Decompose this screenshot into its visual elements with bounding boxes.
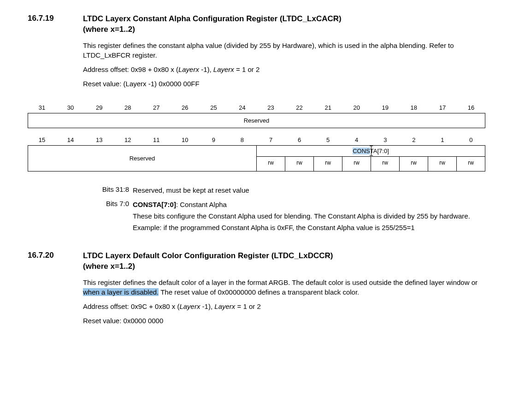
desc-post: The reset value of 0x00000000 defines a …	[159, 288, 359, 296]
address-offset: Address offset: 0x98 + 0x80 x (Layerx -1…	[83, 65, 485, 74]
section-description-20[interactable]: This register defines the default color …	[83, 278, 485, 297]
section-header-19: 16.7.19 LTDC Layerx Constant Alpha Confi…	[28, 14, 485, 35]
bit-num: 8	[228, 135, 256, 145]
bits-text: Reserved, must be kept at reset value	[133, 185, 485, 195]
section-title-line1: LTDC Layerx Constant Alpha Configuration…	[83, 14, 342, 23]
rw-cell: rw	[399, 157, 428, 171]
rw-cell: rw	[371, 157, 399, 171]
bit-num: 15	[28, 135, 56, 145]
address-mid: -1),	[200, 302, 214, 310]
bit-numbers-high: 31 30 29 28 27 26 25 24 23 22 21 20 19 1…	[28, 102, 485, 113]
rw-cell: rw	[285, 157, 313, 171]
section-number: 16.7.20	[28, 251, 83, 272]
bit-num: 18	[400, 102, 428, 113]
bit-num: 27	[142, 102, 171, 113]
address-prefix: Address offset: 0x98 + 0x80 x (	[83, 65, 178, 73]
address-mid: -1),	[199, 65, 213, 73]
bit-num: 1	[428, 135, 457, 145]
layerx-italic2: Layerx	[213, 65, 234, 73]
section-number: 16.7.19	[28, 14, 83, 35]
bit-num: 20	[342, 102, 371, 113]
bit-num: 5	[314, 135, 342, 145]
bit-num: 0	[457, 135, 485, 145]
field-detail: These bits configure the Constant Alpha …	[133, 211, 485, 221]
bit-num: 30	[56, 102, 85, 113]
section-title: LTDC Layerx Default Color Configuration …	[83, 251, 333, 272]
register-diagram: 31 30 29 28 27 26 25 24 23 22 21 20 19 1…	[28, 102, 485, 172]
bit-num: 11	[142, 135, 171, 145]
layerx-italic: Layerx	[178, 65, 199, 73]
reset-value: Reset value: (Layerx -1) 0x0000 00FF	[83, 79, 485, 89]
consta-label[interactable]: CONSTA[7:0]	[257, 146, 485, 157]
bit-num: 17	[428, 102, 457, 113]
section-title-line2: (where x=1..2)	[83, 262, 135, 271]
bit-num: 19	[371, 102, 400, 113]
bit-num: 9	[199, 135, 228, 145]
address-suffix: = 1 or 2	[235, 302, 260, 310]
bit-num: 7	[257, 135, 285, 145]
selected-text: when a layer is disabled.	[83, 288, 159, 296]
bit-num: 14	[56, 135, 85, 145]
reset-value-20: Reset value: 0x0000 0000	[83, 316, 485, 325]
bit-num: 3	[371, 135, 400, 145]
bit-num: 6	[285, 135, 314, 145]
bit-num: 2	[400, 135, 428, 145]
rw-cell: rw	[428, 157, 456, 171]
bit-description-7-0: Bits 7:0 CONSTA[7:0]: Constant Alpha The…	[92, 200, 485, 232]
bit-num: 22	[285, 102, 314, 113]
bit-numbers-low: 15 14 13 12 11 10 9 8 7 6 5 4 3 2 1 0	[28, 135, 485, 145]
bits-label: Bits 31:8	[92, 185, 133, 195]
section-title-line2: (where x=1..2)	[83, 25, 135, 34]
bit-num: 4	[342, 135, 371, 145]
reserved-label: Reserved	[28, 113, 485, 128]
bit-num: 25	[199, 102, 228, 113]
bit-num: 28	[113, 102, 142, 113]
consta-highlight: CONS	[353, 148, 370, 154]
address-prefix: Address offset: 0x9C + 0x80 x (	[83, 302, 179, 310]
desc-pre: This register defines the default color …	[83, 278, 478, 286]
consta-rest: TA[7:0]	[370, 148, 389, 154]
layerx-italic2: Layerx	[214, 302, 235, 310]
bit-num: 10	[171, 135, 199, 145]
layerx-italic: Layerx	[179, 302, 200, 310]
address-suffix: = 1 or 2	[234, 65, 259, 73]
bit-num: 31	[28, 102, 56, 113]
field-example: Example: if the programmed Constant Alph…	[133, 223, 485, 232]
rw-cell: rw	[257, 157, 285, 171]
bit-num: 21	[314, 102, 342, 113]
rw-cell: rw	[456, 157, 485, 171]
bit-num: 12	[113, 135, 142, 145]
field-name: CONSTA[7:0]	[133, 201, 176, 208]
bit-num: 23	[257, 102, 285, 113]
rw-cell: rw	[342, 157, 371, 171]
rw-row: rw rw rw rw rw rw rw rw	[257, 157, 485, 171]
bits-text: CONSTA[7:0]: Constant Alpha	[133, 200, 485, 209]
consta-field: CONSTA[7:0] rw rw rw rw rw rw rw rw	[256, 146, 485, 171]
bit-num: 29	[85, 102, 113, 113]
bit-description-31-8: Bits 31:8 Reserved, must be kept at rese…	[92, 185, 485, 195]
address-offset-20: Address offset: 0x9C + 0x80 x (Layerx -1…	[83, 302, 485, 311]
section-title-line1: LTDC Layerx Default Color Configuration …	[83, 251, 333, 260]
reserved-row-high: Reserved	[28, 113, 485, 128]
reserved-label-low: Reserved	[28, 146, 256, 171]
section-header-20: 16.7.20 LTDC Layerx Default Color Config…	[28, 251, 485, 272]
bit-num: 13	[85, 135, 113, 145]
bit-num: 26	[171, 102, 199, 113]
bits-label: Bits 7:0	[92, 200, 133, 209]
field-desc: : Constant Alpha	[176, 201, 227, 208]
bit-num: 24	[228, 102, 256, 113]
document-page: 16.7.19 LTDC Layerx Constant Alpha Confi…	[0, 0, 513, 349]
bit-num: 16	[457, 102, 485, 113]
register-row-low: Reserved CONSTA[7:0] rw rw rw rw rw rw r…	[28, 145, 485, 172]
rw-cell: rw	[313, 157, 342, 171]
section-description: This register defines the constant alpha…	[83, 41, 485, 60]
section-title: LTDC Layerx Constant Alpha Configuration…	[83, 14, 342, 35]
